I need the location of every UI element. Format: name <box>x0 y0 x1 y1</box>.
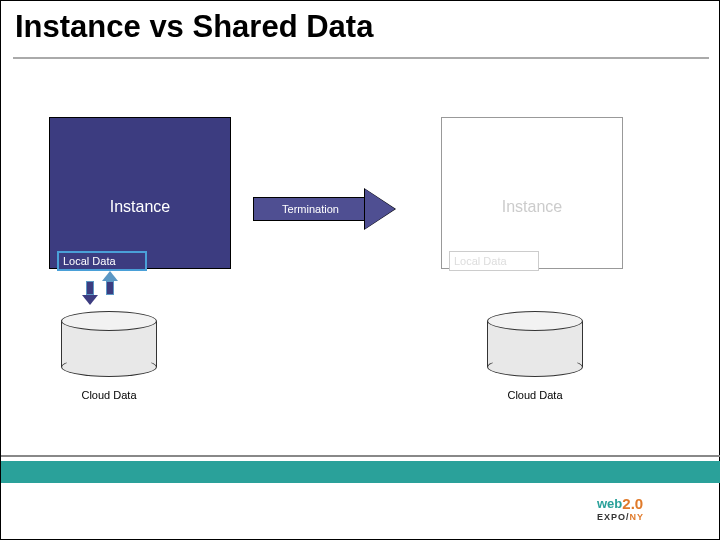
page-title: Instance vs Shared Data <box>15 9 373 45</box>
instance-label-left: Instance <box>49 198 231 216</box>
cylinder-left-icon: Cloud Data <box>61 311 157 371</box>
footer-bar <box>1 461 720 483</box>
termination-label: Termination <box>253 197 368 221</box>
web20-expo-logo: web2.0 EXPO/NY <box>597 495 697 523</box>
instance-box-right <box>441 117 623 269</box>
title-underline <box>13 57 709 59</box>
footer-divider <box>1 455 720 457</box>
slide: Instance vs Shared Data Instance Local D… <box>0 0 720 540</box>
cloud-data-label-right: Cloud Data <box>487 389 583 401</box>
local-data-left: Local Data <box>57 251 147 271</box>
local-data-right: Local Data <box>449 251 539 271</box>
cylinder-right-icon: Cloud Data <box>487 311 583 371</box>
arrow-right-icon <box>365 189 395 229</box>
logo-web: web <box>597 496 622 511</box>
io-arrows-left <box>83 277 119 307</box>
arrow-down-icon <box>83 277 97 305</box>
logo-two: 2.0 <box>622 495 643 512</box>
instance-box-left <box>49 117 231 269</box>
logo-expo: EXPO/NY <box>597 512 697 522</box>
termination-arrow: Termination <box>253 189 403 229</box>
cloud-data-label-left: Cloud Data <box>61 389 157 401</box>
instance-label-right: Instance <box>441 198 623 216</box>
arrow-up-icon <box>103 277 117 305</box>
